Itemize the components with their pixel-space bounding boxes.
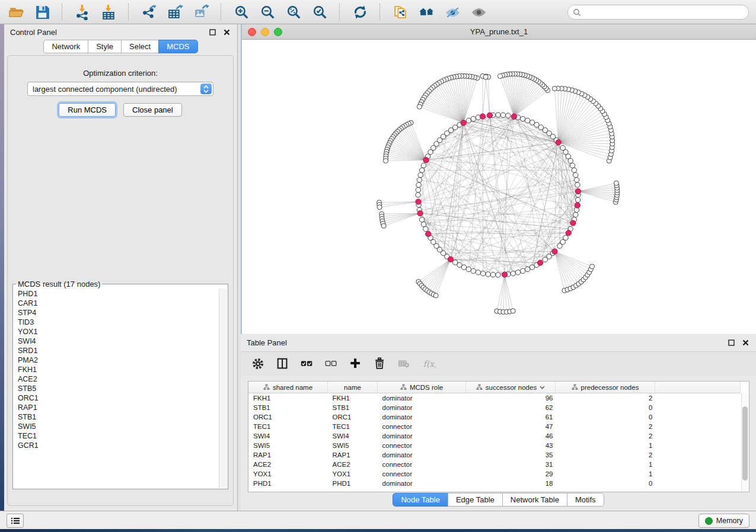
mcds-result-item[interactable]: FKH1	[18, 365, 219, 374]
mcds-list-scrollbar[interactable]	[219, 289, 227, 488]
criterion-select[interactable]: largest connected component (undirected)	[27, 82, 213, 96]
hide-selected-button[interactable]	[444, 3, 461, 21]
column-header-MCDS-role[interactable]: MCDS role	[378, 382, 466, 393]
table-row[interactable]: SWI5SWI5connector431	[248, 441, 741, 450]
toolbar-separator	[339, 4, 340, 20]
column-header-successor-nodes[interactable]: successor nodes	[466, 382, 556, 393]
status-bar: Memory	[0, 511, 756, 529]
tab-mcds[interactable]: MCDS	[158, 40, 197, 53]
export-network-button[interactable]	[140, 3, 158, 21]
toolbar-separator	[62, 4, 63, 20]
column-header-predecessor-nodes[interactable]: predecessor nodes	[556, 382, 655, 393]
select-all-button[interactable]	[299, 356, 315, 371]
table-row[interactable]: SWI4SWI4dominator462	[248, 431, 741, 441]
table-row[interactable]: ORC1ORC1dominator610	[248, 412, 741, 422]
clear-table-icon	[397, 357, 412, 371]
table-scrollbar-thumb[interactable]	[742, 406, 748, 480]
table-row[interactable]: YOX1YOX1connector291	[248, 469, 741, 479]
table-cell: 35	[466, 450, 556, 460]
table-row[interactable]: TEC1TEC1connector472	[248, 422, 741, 431]
mcds-result-item[interactable]: CAR1	[18, 299, 219, 308]
fx-icon: f(x)	[422, 357, 436, 371]
gear-button[interactable]	[251, 356, 266, 371]
mcds-result-item[interactable]: SWI5	[18, 422, 219, 431]
column-header-name[interactable]: name	[328, 382, 378, 393]
mcds-result-item[interactable]: GCR1	[18, 441, 219, 450]
mcds-result-item[interactable]: ORC1	[18, 393, 219, 403]
column-header-shared-name[interactable]: shared name	[248, 382, 328, 393]
table-cell: TEC1	[248, 422, 328, 431]
zoom-out-button[interactable]	[259, 3, 276, 21]
mcds-result-item[interactable]: SRD1	[18, 346, 219, 355]
mcds-result-item[interactable]: YOX1	[18, 327, 219, 336]
mcds-result-item[interactable]: TEC1	[18, 431, 219, 441]
export-image-button[interactable]	[192, 3, 210, 21]
float-panel-icon[interactable]	[208, 27, 217, 37]
mcds-result-item[interactable]: PHD1	[18, 289, 219, 299]
table-cell: dominator	[378, 450, 466, 460]
export-network-icon	[141, 4, 157, 20]
export-table-icon	[167, 4, 183, 20]
close-panel-icon[interactable]	[222, 27, 231, 37]
mcds-result-item[interactable]: STB1	[18, 412, 219, 422]
refresh-button[interactable]	[351, 3, 369, 21]
tab-select[interactable]: Select	[121, 40, 159, 53]
task-history-button[interactable]	[7, 514, 24, 528]
table-row[interactable]: ACE2ACE2connector311	[248, 460, 741, 469]
mcds-result-item[interactable]: ACE2	[18, 374, 219, 384]
duplicate-network-button[interactable]	[391, 3, 409, 21]
close-panel-button[interactable]: Close panel	[123, 103, 182, 117]
memory-button[interactable]: Memory	[698, 514, 749, 528]
zoom-in-button[interactable]	[232, 3, 250, 21]
network-canvas[interactable]	[242, 40, 756, 334]
main-toolbar	[0, 0, 756, 24]
add-button[interactable]	[348, 356, 363, 371]
tab-network[interactable]: Network	[43, 40, 88, 53]
export-table-button[interactable]	[166, 3, 184, 21]
mcds-result-item[interactable]: RAP1	[18, 403, 219, 412]
tab-node-table[interactable]: Node Table	[393, 493, 448, 507]
table-cell: 0	[556, 403, 655, 412]
table-cell: dominator	[378, 431, 466, 441]
close-table-panel-icon[interactable]	[741, 338, 750, 347]
first-neighbors-button[interactable]	[417, 3, 435, 21]
table-cell: 2	[556, 431, 655, 441]
columns-button[interactable]	[275, 356, 291, 371]
table-cell: 43	[466, 441, 556, 450]
zoom-selected-button[interactable]	[311, 3, 328, 21]
control-panel-tabs: NetworkStyleSelectMCDS	[4, 40, 237, 53]
deselect-all-button[interactable]	[324, 356, 339, 371]
mcds-result-item[interactable]: STB5	[18, 384, 219, 393]
table-panel-title: Table Panel	[247, 338, 287, 347]
tab-network-table[interactable]: Network Table	[502, 493, 567, 507]
search-input[interactable]	[585, 8, 744, 17]
tab-edge-table[interactable]: Edge Table	[448, 493, 503, 507]
mcds-result-item[interactable]: SWI4	[18, 336, 219, 346]
mcds-result-item[interactable]: TID3	[18, 318, 219, 327]
tab-style[interactable]: Style	[88, 40, 122, 53]
mcds-result-item[interactable]: PMA2	[18, 355, 219, 365]
tab-motifs[interactable]: Motifs	[567, 493, 604, 507]
table-cell: dominator	[378, 479, 466, 488]
table-row[interactable]: PHD1PHD1dominator180	[248, 479, 741, 488]
zoom-fit-button[interactable]	[285, 3, 302, 21]
refresh-icon	[352, 4, 368, 20]
table-row[interactable]: STB1STB1dominator620	[248, 403, 741, 412]
trash-button[interactable]	[372, 356, 388, 371]
table-scrollbar[interactable]	[741, 393, 749, 492]
run-mcds-button[interactable]: Run MCDS	[59, 103, 116, 117]
criterion-select-value: largest connected component (undirected)	[28, 85, 200, 94]
save-button[interactable]	[33, 3, 51, 21]
table-cell: 0	[556, 412, 655, 422]
table-cell: 46	[466, 431, 556, 441]
mcds-result-item[interactable]: STP4	[18, 308, 219, 318]
import-network-button[interactable]	[74, 3, 91, 21]
table-row[interactable]: FKH1FKH1dominator962	[248, 393, 741, 403]
search-box	[567, 5, 749, 20]
show-all-button[interactable]	[470, 3, 487, 21]
float-table-panel-icon[interactable]	[726, 338, 736, 347]
import-table-button[interactable]	[100, 3, 117, 21]
mcds-result-list[interactable]: PHD1CAR1STP4TID3YOX1SWI4SRD1PMA2FKH1ACE2…	[14, 289, 219, 488]
table-row[interactable]: RAP1RAP1dominator352	[248, 450, 741, 460]
open-folder-button[interactable]	[7, 3, 25, 21]
